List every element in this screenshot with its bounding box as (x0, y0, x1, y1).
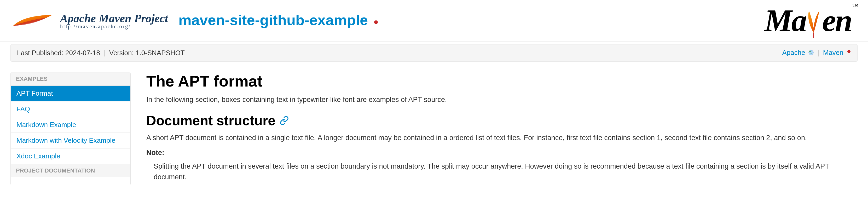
svg-point-2 (847, 50, 850, 53)
version-label: Version: 1.0-SNAPSHOT (109, 49, 185, 57)
section-heading-text: Document structure (146, 113, 275, 128)
apache-text-block: Apache Maven Project http://maven.apache… (60, 12, 168, 30)
section-heading-document-structure: Document structure (146, 113, 858, 128)
breadcrumb-link-apache-label: Apache (782, 49, 805, 57)
breadcrumb-bar: Last Published: 2024-07-18 | Version: 1.… (10, 44, 858, 62)
maven-logo-text: Ma en™ (765, 3, 858, 39)
apache-title: Apache Maven Project (60, 12, 168, 25)
breadcrumb-link-apache[interactable]: Apache (782, 49, 814, 57)
project-title-link[interactable]: maven-site-github-example (179, 11, 378, 30)
anchor-link-icon[interactable] (280, 113, 289, 128)
maven-feather-icon (804, 9, 824, 38)
note-text: Splitting the APT document in several te… (146, 161, 858, 182)
breadcrumb-link-maven[interactable]: Maven (823, 49, 851, 57)
last-published: Last Published: 2024-07-18 (17, 49, 100, 57)
breadcrumb-separator: | (104, 49, 105, 57)
sidebar-item-apt-format[interactable]: APT Format (11, 86, 130, 101)
note-label: Note: (146, 148, 858, 158)
svg-point-1 (809, 50, 813, 55)
page-title: The APT format (146, 72, 858, 90)
breadcrumb-link-maven-label: Maven (823, 49, 843, 57)
content: The APT format In the following section,… (146, 72, 858, 186)
apache-url: http://maven.apache.org/ (60, 24, 168, 30)
svg-point-0 (374, 21, 378, 24)
maven-logo-link[interactable]: Ma en™ (765, 3, 858, 39)
note-block: Note: Splitting the APT document in seve… (146, 148, 858, 182)
apache-logo-link[interactable]: Apache Maven Project http://maven.apache… (10, 12, 168, 30)
doc-structure-paragraph: A short APT document is contained in a s… (146, 132, 858, 143)
breadcrumb-separator: | (817, 49, 819, 57)
sidebar-section-header-examples: Examples (11, 72, 130, 86)
feather-icon (10, 13, 58, 29)
project-title: maven-site-github-example (179, 12, 368, 28)
header-right: Ma en™ (765, 3, 858, 39)
tm-mark: ™ (852, 3, 858, 9)
breadcrumb-right: Apache | Maven (782, 49, 851, 57)
header-left: Apache Maven Project http://maven.apache… (10, 11, 378, 30)
pushpin-icon (847, 49, 851, 57)
sidebar-item-markdown-example[interactable]: Markdown Example (11, 117, 130, 132)
globe-icon (808, 49, 814, 57)
breadcrumb-left: Last Published: 2024-07-18 | Version: 1.… (17, 49, 185, 57)
sidebar-item-markdown-velocity[interactable]: Markdown with Velocity Example (11, 132, 130, 148)
main-layout: Examples APT Format FAQ Markdown Example… (0, 62, 868, 196)
intro-paragraph: In the following section, boxes containi… (146, 94, 858, 105)
sidebar-section-header-project-doc: Project Documentation (11, 164, 130, 177)
sidebar: Examples APT Format FAQ Markdown Example… (10, 72, 131, 186)
sidebar-item-xdoc-example[interactable]: Xdoc Example (11, 148, 130, 164)
header: Apache Maven Project http://maven.apache… (0, 0, 868, 41)
pushpin-icon (374, 13, 378, 30)
sidebar-item-faq[interactable]: FAQ (11, 101, 130, 117)
